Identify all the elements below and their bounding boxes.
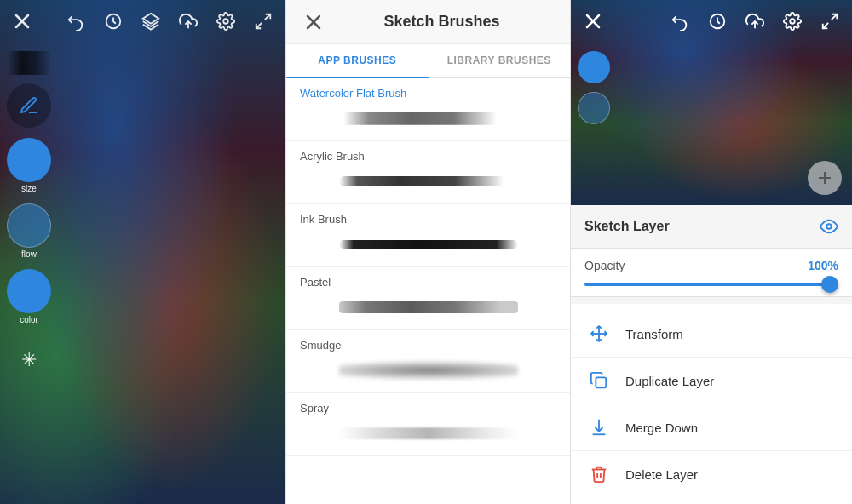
right-upload-icon[interactable] <box>743 9 767 33</box>
brush-stroke-pastel <box>300 294 556 321</box>
pencil-tool[interactable] <box>7 83 51 128</box>
brush-name-acrylic: Acrylic Brush <box>300 150 556 163</box>
left-side-tools: size flow color ✳ <box>7 51 51 382</box>
svg-line-15 <box>832 14 837 20</box>
right-toolbar <box>571 0 852 43</box>
right-expand-icon[interactable] <box>818 9 842 33</box>
delete-label: Delete Layer <box>625 467 698 482</box>
visibility-toggle[interactable] <box>820 217 838 236</box>
brush-name-smudge: Smudge <box>300 339 556 352</box>
middle-panel: Sketch Brushes APP BRUSHES LIBRARY BRUSH… <box>285 0 571 504</box>
brush-stroke-smudge <box>300 357 556 384</box>
right-history-icon[interactable] <box>705 9 729 33</box>
duplicate-layer-action[interactable]: Duplicate Layer <box>571 358 852 404</box>
panel-title: Sketch Brushes <box>327 13 556 31</box>
right-undo-icon[interactable] <box>668 9 692 33</box>
size-label: size <box>21 184 37 193</box>
smudge-tool[interactable]: ✳ <box>7 338 51 382</box>
opacity-label: Opacity <box>584 259 636 272</box>
opacity-value: 100% <box>808 259 838 272</box>
opacity-slider-thumb[interactable] <box>821 276 838 293</box>
tab-app-brushes[interactable]: APP BRUSHES <box>286 44 429 78</box>
brush-name-spray: Spray <box>300 402 556 415</box>
delete-icon <box>588 463 610 485</box>
brush-item-smudge[interactable]: Smudge <box>286 330 570 393</box>
brush-item-spray[interactable]: Spray <box>286 393 570 456</box>
left-history-icon[interactable] <box>101 9 125 33</box>
opacity-slider-container <box>571 283 852 297</box>
left-undo-icon[interactable] <box>64 9 88 33</box>
right-settings-icon[interactable] <box>780 9 804 33</box>
opacity-slider-fill <box>584 283 838 286</box>
brush-name-pastel: Pastel <box>300 276 556 289</box>
flow-label: flow <box>21 249 37 259</box>
add-layer-button[interactable] <box>808 161 842 195</box>
duplicate-label: Duplicate Layer <box>625 374 714 388</box>
left-upload-icon[interactable] <box>176 9 200 33</box>
transform-icon <box>588 323 610 345</box>
brush-list: Watercolor Flat Brush Acrylic Brush Ink … <box>286 78 570 504</box>
left-toolbar <box>0 0 285 43</box>
right-side-tools <box>578 51 610 124</box>
color-label: color <box>20 315 38 324</box>
right-size-circle[interactable] <box>578 51 610 83</box>
left-layers-icon[interactable] <box>139 9 163 33</box>
merge-down-action[interactable]: Merge Down <box>571 404 852 451</box>
brush-preview <box>7 51 51 75</box>
svg-point-14 <box>790 19 795 24</box>
left-settings-icon[interactable] <box>214 9 238 33</box>
opacity-slider-track[interactable] <box>584 283 838 286</box>
svg-point-19 <box>826 224 832 229</box>
brush-item-pastel[interactable]: Pastel <box>286 267 570 330</box>
brush-stroke-ink <box>300 231 556 258</box>
merge-label: Merge Down <box>625 421 698 435</box>
brush-item-watercolor[interactable]: Watercolor Flat Brush <box>286 78 570 141</box>
left-close-button[interactable] <box>10 9 34 33</box>
opacity-row: Opacity 100% <box>571 249 852 283</box>
left-panel: size flow color ✳ <box>0 0 285 504</box>
layer-panel: Sketch Layer Opacity 100% <box>571 205 852 504</box>
left-expand-icon[interactable] <box>251 9 275 33</box>
right-panel: Sketch Layer Opacity 100% <box>571 0 852 504</box>
middle-close-button[interactable] <box>300 9 327 36</box>
merge-icon <box>588 416 610 438</box>
right-close-button[interactable] <box>581 9 605 33</box>
duplicate-icon <box>588 369 610 392</box>
transform-label: Transform <box>625 327 683 341</box>
smudge-icon: ✳ <box>7 338 51 382</box>
delete-layer-action[interactable]: Delete Layer <box>571 451 852 497</box>
brush-stroke-acrylic <box>300 168 556 195</box>
brush-item-ink[interactable]: Ink Brush <box>286 204 570 267</box>
transform-action[interactable]: Transform <box>571 311 852 358</box>
brush-item-acrylic[interactable]: Acrylic Brush <box>286 141 570 204</box>
middle-header: Sketch Brushes <box>286 0 570 44</box>
svg-line-16 <box>823 23 828 28</box>
brush-name-watercolor: Watercolor Flat Brush <box>300 87 556 100</box>
layer-title: Sketch Layer <box>584 219 820 234</box>
tabs-row: APP BRUSHES LIBRARY BRUSHES <box>286 44 570 78</box>
brush-stroke-spray <box>300 420 556 447</box>
svg-line-7 <box>256 23 262 28</box>
color-circle[interactable]: color <box>7 269 51 324</box>
flow-circle[interactable]: flow <box>7 203 51 259</box>
svg-line-6 <box>265 14 270 20</box>
brush-stroke-watercolor <box>300 105 556 132</box>
right-top <box>571 0 852 205</box>
svg-point-5 <box>223 19 228 24</box>
tab-library-brushes[interactable]: LIBRARY BRUSHES <box>429 44 571 77</box>
layer-actions: Transform Duplicate Layer <box>571 304 852 504</box>
svg-rect-30 <box>596 377 606 387</box>
right-flow-circle[interactable] <box>578 92 610 124</box>
layer-header: Sketch Layer <box>571 205 852 249</box>
brush-name-ink: Ink Brush <box>300 213 556 226</box>
size-circle[interactable]: size <box>7 138 51 193</box>
